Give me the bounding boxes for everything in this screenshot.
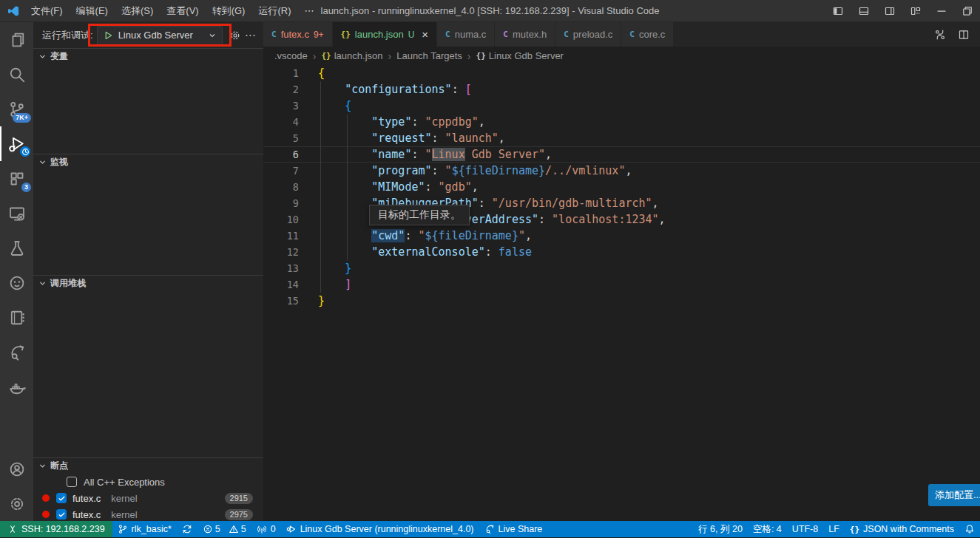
code-token: : — [432, 164, 445, 177]
breakpoint-row[interactable]: futex.ckernel2975 — [33, 506, 263, 521]
activity-explorer[interactable] — [0, 22, 33, 57]
breadcrumb-label: Linux Gdb Server — [489, 50, 564, 61]
status-notifications[interactable] — [959, 521, 980, 537]
breakpoint-dot-icon — [42, 511, 50, 518]
code-token: Gdb Server" — [465, 148, 545, 161]
toggle-primary-sidebar-icon[interactable] — [825, 0, 851, 22]
activity-extensions[interactable]: 3 — [0, 161, 33, 196]
status-eol[interactable]: LF — [823, 521, 845, 537]
checkbox[interactable] — [56, 493, 67, 503]
window-title: launch.json - runninglinuxkernel_4.0 [SS… — [321, 5, 660, 16]
activity-badge: 3 — [21, 183, 31, 192]
debug-configuration-dropdown[interactable]: Linux Gdb Server — [97, 26, 223, 45]
status-indentation[interactable]: 空格: 4 — [748, 521, 787, 537]
activity-github[interactable] — [0, 265, 33, 300]
watch-section-header[interactable]: 监视 — [33, 154, 263, 170]
activity-testing[interactable] — [0, 231, 33, 265]
breakpoint-row[interactable]: futex.ckernel2915 — [33, 490, 263, 506]
code-token: "/usr/bin/gdb-multiarch" — [492, 197, 652, 210]
code-token: , — [499, 132, 505, 145]
split-editor-icon[interactable] — [958, 29, 970, 41]
open-changes-icon[interactable] — [934, 29, 946, 41]
warning-icon — [229, 524, 239, 534]
line-number: 2 — [263, 81, 299, 98]
menu-edit[interactable]: 编辑(E) — [70, 5, 115, 16]
status-live-share[interactable]: Live Share — [479, 521, 548, 537]
minimize-icon[interactable] — [928, 0, 954, 22]
menu-more[interactable]: ⋯ — [297, 5, 320, 16]
call-stack-section-label: 调用堆栈 — [50, 277, 86, 290]
status-problems[interactable]: 55 — [197, 521, 251, 537]
gear-icon[interactable] — [229, 30, 241, 41]
breadcrumb-item[interactable]: Launch Targets — [396, 50, 462, 61]
activity-notebook[interactable] — [0, 300, 33, 335]
toggle-panel-icon[interactable] — [851, 0, 876, 22]
call-stack-section-header[interactable]: 调用堆栈 — [33, 275, 263, 291]
activity-accounts[interactable] — [0, 452, 33, 486]
checkbox[interactable] — [67, 477, 77, 487]
status-cursor-position[interactable]: 行 6, 列 20 — [693, 521, 748, 537]
code-line: 4 "type": "cppdbg", — [263, 114, 980, 130]
watch-section-label: 监视 — [50, 156, 68, 168]
line-number: 4 — [263, 114, 299, 130]
breakpoints-section-label: 断点 — [50, 460, 68, 472]
more-actions-icon[interactable]: ⋯ — [245, 29, 257, 42]
code-editor[interactable]: 1{2 "configurations": [3 {4 "type": "cpp… — [263, 65, 980, 521]
branch-icon — [118, 524, 128, 534]
status-debug-session[interactable]: Linux Gdb Server (runninglinuxkernel_4.0… — [281, 521, 479, 537]
checkbox[interactable] — [56, 509, 67, 520]
menu-goto[interactable]: 转到(G) — [206, 5, 252, 16]
status-label: 空格: 4 — [753, 523, 782, 536]
activity-remote-explorer[interactable] — [0, 196, 33, 231]
line-number: 13 — [263, 260, 299, 276]
code-token: /../vmlinux" — [545, 164, 625, 177]
customize-layout-icon[interactable] — [902, 0, 928, 22]
activity-live-share[interactable] — [0, 335, 33, 370]
close-icon[interactable]: × — [422, 29, 428, 40]
activity-run-and-debug[interactable] — [0, 126, 33, 161]
code-line: 8 "MIMode": "gdb", — [263, 179, 980, 195]
tab-core.c[interactable]: Ccore.c — [621, 22, 674, 47]
breadcrumb-item[interactable]: {}launch.json — [321, 50, 382, 61]
editor-group[interactable]: Cfutex.c9+{}launch.jsonU×Cnuma.cCmutex.h… — [263, 22, 980, 521]
activity-search[interactable] — [0, 57, 33, 92]
status-language-mode[interactable]: {}JSON with Comments — [845, 521, 959, 537]
menu-selection[interactable]: 选择(S) — [115, 5, 160, 16]
tab-numa.c[interactable]: Cnuma.c — [437, 22, 495, 47]
activity-docker[interactable] — [0, 370, 33, 404]
status-forwarded-ports[interactable]: 0 — [251, 521, 281, 537]
restore-icon[interactable] — [954, 0, 980, 22]
menu-run[interactable]: 运行(R) — [251, 5, 297, 16]
sync-icon — [182, 524, 192, 534]
breadcrumb-item[interactable]: {}Linux Gdb Server — [476, 50, 564, 61]
breadcrumb-item[interactable]: .vscode — [274, 50, 308, 61]
code-line: 6 "name": "Linux Gdb Server", — [263, 146, 980, 163]
breadcrumb-label: .vscode — [274, 50, 308, 61]
code-token: ] — [345, 278, 351, 291]
activity-settings[interactable] — [0, 486, 33, 521]
menu-view[interactable]: 查看(V) — [160, 5, 205, 16]
variables-section-header[interactable]: 变量 — [33, 48, 263, 64]
line-number: 7 — [263, 163, 299, 179]
code-token — [318, 278, 345, 291]
breakpoints-section-header[interactable]: 断点 — [33, 457, 263, 474]
tab-mutex.h[interactable]: Cmutex.h — [495, 22, 555, 47]
code-token: " — [425, 148, 432, 161]
tab-futex.c[interactable]: Cfutex.c9+ — [263, 22, 333, 47]
toggle-secondary-sidebar-icon[interactable] — [876, 0, 902, 22]
activity-source-control[interactable]: 7K+ — [0, 92, 33, 126]
tab-label: launch.json — [355, 29, 404, 40]
menu-file[interactable]: 文件(F) — [24, 5, 70, 16]
status-encoding[interactable]: UTF-8 — [787, 521, 823, 537]
tab-launch.json[interactable]: {}launch.jsonU× — [333, 22, 437, 47]
code-token: "gdb" — [439, 180, 472, 194]
code-token — [318, 180, 371, 194]
breakpoint-row-exceptions[interactable]: All C++ Exceptions — [33, 474, 263, 490]
status-git-branch[interactable]: rlk_basic* — [112, 521, 177, 537]
status-remote-host[interactable]: SSH: 192.168.2.239 — [0, 521, 112, 537]
file-type-icon: C — [564, 30, 569, 39]
add-configuration-button[interactable]: 添加配置... — [928, 484, 980, 506]
status-sync[interactable] — [177, 521, 197, 537]
tab-preload.c[interactable]: Cpreload.c — [555, 22, 621, 47]
tab-bar: Cfutex.c9+{}launch.jsonU×Cnuma.cCmutex.h… — [263, 22, 980, 47]
